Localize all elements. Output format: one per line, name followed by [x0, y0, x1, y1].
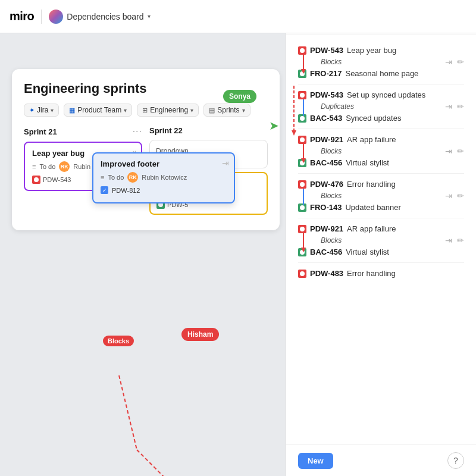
dep-middle-4: Blocks ⇥ ✏: [298, 236, 464, 245]
sprint-21-more[interactable]: ···: [133, 126, 142, 137]
dep-item-0: PDW-543 Leap year bug Blocks ⇥ ✏ FRO-217…: [286, 40, 476, 84]
improved-title: Improved footer: [101, 159, 227, 168]
dep-from-id-1: PDW-543: [310, 90, 343, 99]
jira-icon: ✦: [29, 107, 35, 114]
dep-edit-btn-4[interactable]: ✏: [457, 236, 464, 245]
dep-to-title-3: Updated banner: [345, 203, 400, 212]
dep-footer: New ?: [286, 444, 476, 476]
team-chevron: ▾: [124, 107, 127, 114]
dep-item-1: PDW-543 Set up synced updates Duplicates…: [286, 84, 476, 129]
dep-move-btn-4[interactable]: ⇥: [445, 236, 452, 245]
dep-to-id-1: BAC-543: [310, 114, 342, 123]
dep-edit-btn-1[interactable]: ✏: [457, 102, 464, 111]
dep-bottom-2: BAC-456 Virtual stylist: [298, 158, 464, 167]
svg-marker-8: [301, 248, 306, 252]
dep-actions-2: ⇥ ✏: [445, 146, 464, 156]
green-arrow-icon: ➤: [269, 118, 279, 133]
dep-relation-2: Blocks: [303, 147, 445, 155]
dep-edit-btn-3[interactable]: ✏: [457, 191, 464, 201]
improved-assignee: Rubin Kotowicz: [142, 174, 187, 181]
chevron-down-icon: ▾: [148, 13, 151, 20]
dep-to-id-2: BAC-456: [310, 158, 342, 167]
filter-sprint-label: Sprints: [217, 106, 239, 114]
dep-red-icon-1: [298, 91, 306, 99]
new-button[interactable]: New: [298, 453, 333, 469]
dep-move-btn-2[interactable]: ⇥: [445, 146, 452, 156]
eng-chevron: ▾: [190, 107, 193, 114]
dep-top-4: PDW-921 AR app failure: [298, 224, 464, 233]
checkbox-row: ✓ PDW-812: [101, 186, 227, 194]
svg-marker-6: [301, 69, 306, 74]
dep-top-2: PDW-921 AR app failure: [298, 135, 464, 144]
checked-id: PDW-812: [112, 187, 140, 194]
status-icon: ≡: [32, 163, 36, 170]
dep-bottom-0: FRO-217 Seasonal home page: [298, 69, 464, 78]
filter-team[interactable]: ▦ Product Team ▾: [64, 104, 132, 117]
filter-team-label: Product Team: [77, 106, 121, 114]
hisham-badge: Hisham: [181, 328, 219, 341]
dep-relation-4: Blocks: [303, 236, 445, 245]
dep-red-icon-2: [298, 136, 306, 144]
dep-middle-3: Blocks ⇥ ✏: [298, 191, 464, 201]
dep-green-icon-1: [298, 114, 306, 123]
help-button[interactable]: ?: [447, 452, 464, 469]
filter-eng-label: Engineering: [150, 106, 188, 114]
dep-move-btn-0[interactable]: ⇥: [445, 57, 452, 67]
dep-relation-1: Duplicates: [303, 102, 445, 111]
dep-actions-4: ⇥ ✏: [445, 236, 464, 245]
jira-chevron: ▾: [51, 107, 54, 114]
svg-line-0: [119, 375, 137, 450]
leap-year-avatar: RK: [59, 161, 70, 172]
dep-to-title-1: Synced updates: [346, 114, 401, 123]
sprint-icon: ▤: [209, 107, 215, 114]
dep-actions-1: ⇥ ✏: [445, 102, 464, 111]
sonya-badge: Sonya: [223, 90, 256, 103]
dep-from-id-0: PDW-543: [310, 46, 343, 55]
dep-to-title-4: Virtual stylist: [346, 248, 389, 256]
filter-jira-label: Jira: [37, 106, 48, 114]
dep-list: PDW-543 Leap year bug Blocks ⇥ ✏ FRO-217…: [286, 35, 476, 444]
dep-bottom-4: BAC-456 Virtual stylist: [298, 248, 464, 256]
filter-engineering[interactable]: ⊞ Engineering ▾: [137, 104, 199, 117]
improved-meta: ≡ To do RK Rubin Kotowicz: [101, 172, 227, 183]
improved-avatar: RK: [127, 172, 138, 183]
board-name: Dependencies board: [67, 12, 143, 21]
sprint-22-title: Sprint 22: [149, 126, 183, 135]
dep-middle-1: Duplicates ⇥ ✏: [298, 102, 464, 111]
dependencies-panel: Dependencies PDW-543 Leap year bug: [286, 0, 476, 476]
dep-from-title-0: Leap year bug: [347, 46, 396, 55]
dep-edit-btn-0[interactable]: ✏: [457, 57, 464, 67]
dep-line-3: [303, 189, 304, 205]
board-selector[interactable]: Dependencies board ▾: [49, 10, 150, 24]
dep-from-id-4: PDW-921: [310, 224, 343, 233]
dep-top-3: PDW-476 Error handling: [298, 180, 464, 189]
board-filters: ✦ Jira ▾ ▦ Product Team ▾ ⊞ Engineering …: [24, 104, 268, 117]
hisham-label: Hisham: [187, 330, 213, 339]
dep-item-5: PDW-483 Error handling: [286, 263, 476, 286]
improved-status-icon: ≡: [101, 174, 104, 181]
dep-actions-3: ⇥ ✏: [445, 191, 464, 201]
improved-pin-icon: ⇥: [222, 158, 229, 168]
dep-red-icon-4: [298, 225, 306, 233]
improved-footer-card[interactable]: Improved footer ≡ To do RK Rubin Kotowic…: [92, 152, 235, 203]
jira-red-icon: [32, 176, 40, 184]
dep-from-title-1: Set up synced updates: [347, 90, 425, 99]
dep-to-id-0: FRO-217: [310, 69, 342, 78]
dep-move-btn-1[interactable]: ⇥: [445, 102, 452, 111]
svg-line-1: [137, 450, 184, 476]
filter-sprints[interactable]: ▤ Sprints ▾: [203, 104, 250, 117]
dep-middle-2: Blocks ⇥ ✏: [298, 146, 464, 156]
improved-status: To do: [108, 174, 124, 181]
dep-top-1: PDW-543 Set up synced updates: [298, 90, 464, 99]
dep-red-icon-0: [298, 46, 306, 55]
dep-item-2: PDW-921 AR app failure Blocks ⇥ ✏ BAC-45…: [286, 129, 476, 173]
board-icon: [49, 10, 63, 24]
dep-to-title-0: Seasonal home page: [345, 69, 418, 78]
team-icon: ▦: [69, 107, 75, 114]
dep-from-id-2: PDW-921: [310, 135, 343, 144]
filter-jira[interactable]: ✦ Jira ▾: [24, 104, 59, 117]
dep-move-btn-3[interactable]: ⇥: [445, 191, 452, 201]
dep-edit-btn-2[interactable]: ✏: [457, 146, 464, 156]
engineering-icon: ⊞: [142, 107, 148, 114]
dep-from-title-2: AR app failure: [347, 135, 396, 144]
